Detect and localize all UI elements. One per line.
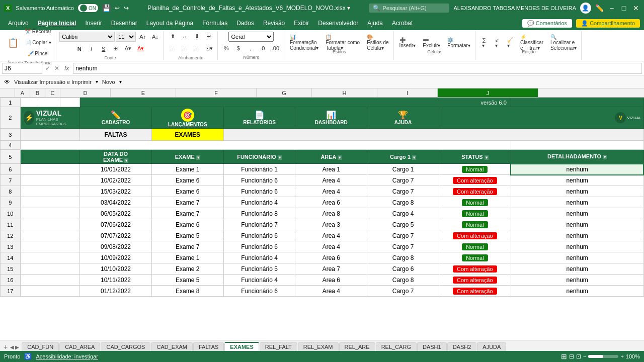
user-avatar[interactable]: 👤 bbox=[580, 3, 591, 14]
menu-desenvolvedor[interactable]: Desenvolvedor bbox=[314, 18, 362, 28]
align-top-button[interactable]: ⬆ bbox=[167, 31, 178, 42]
cell-area-7[interactable]: Area 4 bbox=[295, 175, 367, 186]
menu-desenhar[interactable]: Desenhar bbox=[107, 18, 141, 28]
fill-color-button[interactable]: A▾ bbox=[122, 43, 134, 54]
menu-ajuda[interactable]: Ajuda bbox=[363, 18, 387, 28]
filter-data-icon[interactable]: ▾ bbox=[124, 158, 128, 163]
cell-status-16[interactable]: Com alteração bbox=[439, 275, 511, 286]
cell-cargo-12[interactable]: Cargo 7 bbox=[367, 230, 439, 241]
decrease-font-button[interactable]: A↓ bbox=[149, 31, 161, 42]
print-preview-button[interactable]: Visualizar Impressão e Imprimir bbox=[14, 79, 92, 85]
cell-area-8[interactable]: Area 4 bbox=[295, 186, 367, 197]
bold-button[interactable]: N bbox=[74, 43, 85, 54]
comentarios-button[interactable]: 💬 Comentários bbox=[522, 19, 572, 28]
cell-a12[interactable] bbox=[20, 230, 80, 241]
menu-revisao[interactable]: Revisão bbox=[259, 18, 289, 28]
tab-dash1[interactable]: DASH1 bbox=[417, 342, 447, 351]
col-header-c[interactable]: C bbox=[45, 88, 60, 97]
cell-area-17[interactable]: Area 4 bbox=[295, 286, 367, 297]
save-icon[interactable]: 💾 bbox=[102, 4, 111, 12]
view-page-button[interactable]: ⊡ bbox=[576, 353, 581, 360]
cell-date-11[interactable]: 07/06/2022 bbox=[80, 219, 152, 230]
cell-detalhe-12[interactable]: nenhum bbox=[511, 230, 643, 241]
cell-a8[interactable] bbox=[20, 186, 80, 197]
logo-cell[interactable]: ⚡ VIZUAL PLANILHAS EMPRESARIAIS bbox=[20, 107, 80, 129]
delete-cell-button[interactable]: ➖Excluir▾ bbox=[420, 37, 443, 48]
view-normal-button[interactable]: ⊞ bbox=[561, 352, 567, 360]
cell-a10[interactable] bbox=[20, 208, 80, 219]
cell-cargo-10[interactable]: Cargo 4 bbox=[367, 208, 439, 219]
cell-exame-17[interactable]: Exame 8 bbox=[151, 286, 223, 297]
faltas-tab[interactable]: FALTAS bbox=[80, 129, 152, 141]
nav-dashboard[interactable]: 📊 DASHBOARD bbox=[295, 107, 367, 129]
cell-cargo-14[interactable]: Cargo 8 bbox=[367, 252, 439, 263]
cell-date-7[interactable]: 10/02/2022 bbox=[80, 175, 152, 186]
cell-detalhe-13[interactable]: nenhum bbox=[511, 241, 643, 252]
cell-exame-14[interactable]: Exame 1 bbox=[151, 252, 223, 263]
cell-area-6[interactable]: Area 1 bbox=[295, 164, 367, 175]
cell-cargo-8[interactable]: Cargo 7 bbox=[367, 186, 439, 197]
edit-icon[interactable]: ✏️ bbox=[595, 4, 604, 12]
view-layout-button[interactable]: ⊟ bbox=[569, 353, 574, 360]
format-painter-button[interactable]: 🖌️ Pincel bbox=[22, 48, 54, 59]
cell-func-8[interactable]: Funcionário 6 bbox=[223, 186, 295, 197]
align-middle-button[interactable]: ↔ bbox=[179, 31, 190, 42]
cell-date-6[interactable]: 10/01/2022 bbox=[80, 164, 152, 175]
merge-button[interactable]: ⊡▾ bbox=[203, 43, 215, 54]
cell-date-8[interactable]: 15/03/2022 bbox=[80, 186, 152, 197]
font-size-select[interactable]: 11 bbox=[116, 32, 136, 42]
clear-button[interactable]: 🧹▾ bbox=[505, 37, 516, 48]
nav-ajuda[interactable]: 🏆 AJUDA bbox=[367, 107, 439, 129]
cell-styles-button[interactable]: 🎨Estilos deCélula▾ bbox=[364, 37, 391, 48]
filter-area-icon[interactable]: ▾ bbox=[338, 155, 342, 160]
cell-status-13[interactable]: Normal bbox=[439, 241, 511, 252]
cell-status-6[interactable]: Normal bbox=[439, 164, 511, 175]
col-header-i[interactable]: I bbox=[377, 88, 438, 97]
cell-a4[interactable] bbox=[20, 141, 511, 150]
underline-button[interactable]: S bbox=[98, 43, 109, 54]
increase-font-button[interactable]: A↑ bbox=[137, 31, 148, 42]
cell-a3[interactable] bbox=[20, 129, 80, 141]
col-header-j[interactable]: J bbox=[438, 88, 538, 97]
menu-dados[interactable]: Dados bbox=[232, 18, 258, 28]
cell-func-10[interactable]: Funcionário 8 bbox=[223, 208, 295, 219]
cell-date-16[interactable]: 10/11/2022 bbox=[80, 275, 152, 286]
cell-area-13[interactable]: Area 4 bbox=[295, 241, 367, 252]
cell-cargo-16[interactable]: Cargo 8 bbox=[367, 275, 439, 286]
cell-func-13[interactable]: Funcionário 6 bbox=[223, 241, 295, 252]
cell-a14[interactable] bbox=[20, 252, 80, 263]
filter-status-icon[interactable]: ▾ bbox=[485, 155, 489, 160]
search-box[interactable]: 🔍 Pesquisar (Alt+G) bbox=[369, 4, 449, 13]
nav-left-button[interactable]: ◀ bbox=[10, 344, 14, 350]
novo-dropdown-arrow[interactable]: ▾ bbox=[119, 79, 122, 84]
col-header-b[interactable]: B bbox=[30, 88, 45, 97]
sort-filter-button[interactable]: ⚡Classificare Filtrar▾ bbox=[518, 37, 546, 48]
cell-a13[interactable] bbox=[20, 241, 80, 252]
comma-button[interactable]: , bbox=[245, 43, 256, 54]
menu-formulas[interactable]: Fórmulas bbox=[198, 18, 231, 28]
cell-area-11[interactable]: Area 3 bbox=[295, 219, 367, 230]
cell-func-15[interactable]: Funcionário 5 bbox=[223, 263, 295, 275]
col-header-h[interactable]: H bbox=[312, 88, 377, 97]
insert-cell-button[interactable]: ➕Inserir▾ bbox=[397, 37, 419, 48]
undo-icon[interactable]: ↩ bbox=[115, 5, 120, 12]
cell-area-9[interactable]: Area 6 bbox=[295, 197, 367, 208]
tab-faltas[interactable]: FALTAS bbox=[193, 342, 224, 351]
dropdown-arrow[interactable]: ▾ bbox=[347, 5, 350, 12]
cell-func-9[interactable]: Funcionário 4 bbox=[223, 197, 295, 208]
cell-area-14[interactable]: Area 6 bbox=[295, 252, 367, 263]
cell-cargo-13[interactable]: Cargo 7 bbox=[367, 241, 439, 252]
currency-button[interactable]: $ bbox=[233, 43, 244, 54]
cell-detalhe-9[interactable]: nenhum bbox=[511, 197, 643, 208]
filter-cargo-icon[interactable]: ▾ bbox=[412, 155, 416, 160]
cell-exame-13[interactable]: Exame 7 bbox=[151, 241, 223, 252]
cell-ref-input[interactable] bbox=[2, 63, 42, 74]
cell-exame-6[interactable]: Exame 1 bbox=[151, 164, 223, 175]
align-bottom-button[interactable]: ⬇ bbox=[191, 31, 202, 42]
fill-button[interactable]: ↙▾ bbox=[492, 37, 503, 48]
cell-status-7[interactable]: Com alteração bbox=[439, 175, 511, 186]
cell-a17[interactable] bbox=[20, 286, 80, 297]
tab-rel-are[interactable]: REL_ARE bbox=[339, 342, 375, 351]
cell-date-13[interactable]: 09/08/2022 bbox=[80, 241, 152, 252]
cell-func-6[interactable]: Funcionário 1 bbox=[223, 164, 295, 175]
